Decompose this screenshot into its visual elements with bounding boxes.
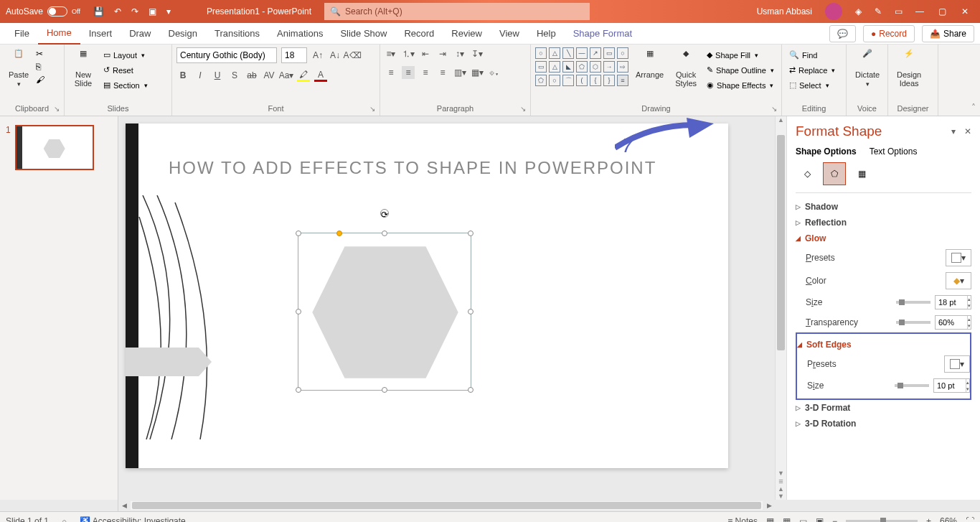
share-button[interactable]: 📤 Share [922,25,974,42]
copy-icon[interactable]: ⎘ [36,62,44,72]
resize-handle[interactable] [296,230,301,236]
soft-presets-button[interactable]: ▾ [944,355,970,373]
diamond-icon[interactable]: ◈ [855,6,862,17]
tab-record[interactable]: Record [395,23,443,45]
tab-draw[interactable]: Draw [121,23,159,45]
zoom-out-icon[interactable]: − [832,516,837,522]
shapes-gallery[interactable]: ○△╲—↗▭○ ▭△◣⬠⬡→⇨ ⬠○⌒({}≡ [535,47,628,86]
spellcheck-icon[interactable]: ⌕ [62,516,67,522]
section-soft-edges[interactable]: Soft Edges [797,337,970,353]
glow-color-button[interactable]: ◆ ▾ [946,272,971,289]
slide[interactable]: HOW TO ADD EFFECTS TO SHAPE IN POWERPOIN… [126,123,728,468]
ribbon-display-icon[interactable]: ▭ [895,6,903,17]
scroll-right-icon[interactable]: ▶ [763,502,775,509]
justify-button[interactable]: ≡ [436,66,449,79]
paragraph-launcher[interactable]: ↘ [520,105,526,113]
highlight-button[interactable]: 🖍 [297,69,310,82]
bold-button[interactable]: B [176,69,189,82]
slide-info[interactable]: Slide 1 of 1 [6,516,49,522]
quick-styles-button[interactable]: ◆Quick Styles [671,47,701,89]
slide-canvas[interactable]: HOW TO ADD EFFECTS TO SHAPE IN POWERPOIN… [118,116,775,500]
redo-icon[interactable]: ↷ [131,6,138,17]
soft-size-slider[interactable] [895,384,929,387]
resize-handle[interactable] [468,387,473,393]
minimize-icon[interactable]: — [915,6,925,17]
autosave-toggle[interactable]: AutoSave Off [0,6,86,17]
font-size-select[interactable] [281,47,307,63]
drawing-launcher[interactable]: ↘ [771,105,777,113]
design-ideas-button[interactable]: ⚡Design Ideas [892,47,925,89]
search-box[interactable]: 🔍 Search (Alt+Q) [324,3,590,20]
toggle-switch[interactable] [47,6,67,17]
tab-shape-format[interactable]: Shape Format [565,23,641,45]
thumbnails-pane[interactable]: 1 [0,116,118,500]
section-reflection[interactable]: Reflection [796,215,971,230]
normal-view-icon[interactable]: ▦ [766,516,774,522]
numbering-button[interactable]: ⒈▾ [402,47,415,60]
selected-shape[interactable]: ⟳ [298,233,471,391]
maximize-icon[interactable]: ▢ [938,6,948,17]
smartart-button[interactable]: ⟐▾ [488,66,501,79]
tab-view[interactable]: View [491,23,528,45]
resize-handle[interactable] [382,387,387,393]
resize-handle[interactable] [382,230,387,236]
pane-dropdown-icon[interactable]: ▾ [951,126,956,136]
size-category-icon[interactable]: ▦ [850,162,873,185]
find-button[interactable]: 🔍 Find [786,49,838,61]
slideshow-icon[interactable]: ▣ [149,6,156,17]
glow-trans-slider[interactable] [896,321,930,324]
effects-category-icon[interactable]: ⬠ [823,162,846,185]
scroll-left-icon[interactable]: ◀ [118,502,130,509]
align-text-button[interactable]: ▦▾ [471,66,484,79]
shape-fill-button[interactable]: ◆ Shape Fill [704,49,777,61]
arrange-button[interactable]: ▦Arrange [631,47,668,80]
accessibility-status[interactable]: ♿ Accessibility: Investigate [80,516,186,522]
shape-outline-button[interactable]: ✎ Shape Outline [704,64,777,76]
font-face-select[interactable] [176,47,277,63]
comments-button[interactable]: 💬 [829,25,856,42]
text-options-tab[interactable]: Text Options [870,146,918,157]
columns-button[interactable]: ▥▾ [453,66,466,79]
strike-button[interactable]: ab [245,69,258,82]
bullets-button[interactable]: ≡▾ [385,47,397,60]
user-avatar[interactable] [825,3,842,20]
section-shadow[interactable]: Shadow [796,199,971,215]
zoom-percent[interactable]: 66% [940,516,957,522]
hexagon-shape[interactable] [304,239,466,386]
tab-design[interactable]: Design [160,23,206,45]
line-spacing-button[interactable]: ↕▾ [453,47,466,60]
layout-button[interactable]: ▭ Layout [100,49,151,61]
clipboard-launcher[interactable]: ↘ [54,105,60,113]
notes-button[interactable]: ≡ Notes [727,516,758,522]
fill-line-category-icon[interactable]: ◇ [796,162,819,185]
horizontal-scrollbar[interactable]: ◀ ▶ [118,500,775,511]
tab-home[interactable]: Home [38,23,80,45]
section-button[interactable]: ▤ Section [100,79,151,91]
pane-close-icon[interactable]: ✕ [964,126,971,136]
slide-thumbnail-1[interactable] [15,125,94,170]
decrease-indent-button[interactable]: ⇤ [419,47,432,60]
tab-review[interactable]: Review [443,23,491,45]
collapse-ribbon-icon[interactable]: ˄ [971,103,976,113]
increase-font-icon[interactable]: A↑ [311,49,324,62]
section-3d-rotation[interactable]: 3-D Rotation [796,416,971,432]
section-3d-format[interactable]: 3-D Format [796,400,971,416]
fit-window-icon[interactable]: ⛶ [966,516,974,522]
resize-handle[interactable] [468,230,473,236]
slideshow-view-icon[interactable]: ▣ [816,516,824,522]
section-glow[interactable]: Glow [796,230,971,246]
reading-view-icon[interactable]: ▭ [799,516,807,522]
select-button[interactable]: ⬚ Select [786,79,838,91]
shape-effects-button[interactable]: ◉ Shape Effects [704,79,777,91]
decrease-font-icon[interactable]: A↓ [329,49,341,62]
tab-slideshow[interactable]: Slide Show [331,23,395,45]
increase-indent-button[interactable]: ⇥ [436,47,449,60]
align-left-button[interactable]: ≡ [385,66,397,79]
tab-help[interactable]: Help [528,23,565,45]
tab-transitions[interactable]: Transitions [206,23,268,45]
tab-insert[interactable]: Insert [80,23,121,45]
new-slide-button[interactable]: ▦New Slide [69,47,98,89]
tab-file[interactable]: File [6,23,38,45]
adjust-handle[interactable] [336,230,342,236]
glow-size-slider[interactable] [896,301,930,304]
